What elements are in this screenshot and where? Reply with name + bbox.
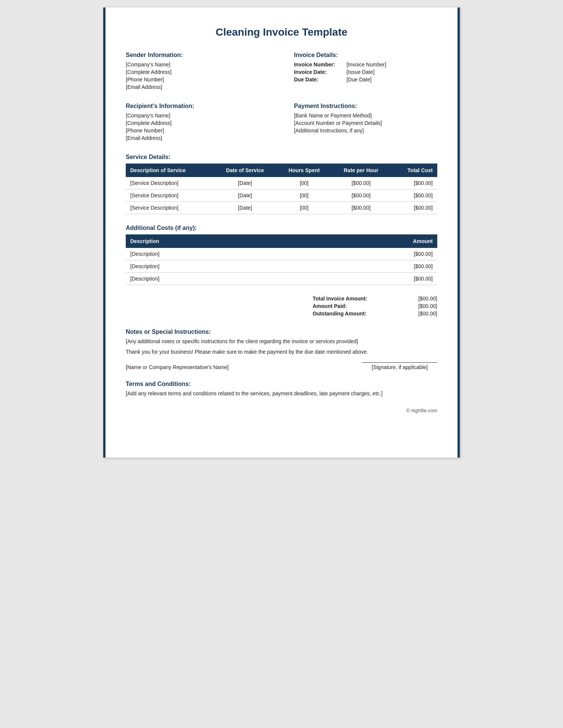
service-table-header-row: Description of Service Date of Service H…: [126, 164, 437, 177]
invoice-details-heading: Invoice Details:: [294, 52, 437, 59]
invoice-number-value: [Invoice Number]: [346, 62, 386, 68]
additional-table-row: [Description] [$00.00]: [126, 248, 437, 260]
additional-table-body: [Description] [$00.00] [Description] [$0…: [126, 248, 437, 285]
total-invoice-row: Total Invoice Amount: [$00.00]: [313, 296, 437, 302]
additional-description-1: [Description]: [126, 260, 303, 273]
recipient-heading: Recipient's Information:: [126, 103, 269, 110]
service-details-heading: Service Details:: [126, 154, 437, 161]
outstanding-value: [$00.00]: [418, 311, 437, 317]
terms-heading: Terms and Conditions:: [126, 381, 437, 387]
service-date-2: [Date]: [213, 202, 277, 214]
recipient-address: [Complete Address]: [126, 120, 269, 126]
service-table-body: [Service Description] [Date] [00] [$00.0…: [126, 177, 437, 214]
amount-paid-label: Amount Paid:: [313, 303, 347, 309]
service-hours-1: [00]: [277, 189, 331, 202]
service-details-section: Service Details: Description of Service …: [126, 154, 437, 214]
additional-amount-2: [$00.00]: [303, 273, 437, 285]
invoice-due-label: Due Date:: [294, 77, 346, 83]
additional-costs-heading: Additional Costs (if any):: [126, 225, 437, 231]
service-total-2: [$00.00]: [391, 202, 437, 214]
service-hours-0: [00]: [277, 177, 331, 189]
representative-name: [Name or Company Representative's Name]: [126, 364, 229, 370]
thank-you-text: Thank you for your business! Please make…: [126, 349, 437, 355]
additional-costs-section: Additional Costs (if any): Description A…: [126, 225, 437, 285]
sender-address: [Complete Address]: [126, 69, 269, 75]
invoice-date-row: Invoice Date: [Issue Date]: [294, 69, 437, 75]
outstanding-row: Outstanding Amount: [$00.00]: [313, 311, 437, 317]
recipient-payment-section: Recipient's Information: [Company's Name…: [126, 103, 437, 143]
col-total: Total Cost: [391, 164, 437, 177]
sender-email: [Email Address]: [126, 84, 269, 90]
recipient-email: [Email Address]: [126, 135, 269, 141]
additional-table-row: [Description] [$00.00]: [126, 273, 437, 285]
signature-field: [Signature, if applicable]: [362, 362, 437, 370]
additional-col-amount: Amount: [303, 234, 437, 248]
service-description-1: [Service Description]: [126, 189, 213, 202]
additional-description-2: [Description]: [126, 273, 303, 285]
right-border-bar: [458, 8, 460, 458]
page-title: Cleaning Invoice Template: [126, 26, 437, 38]
sender-section: Sender Information: [Company's Name] [Co…: [126, 52, 269, 92]
service-description-0: [Service Description]: [126, 177, 213, 189]
service-date-1: [Date]: [213, 189, 277, 202]
service-hours-2: [00]: [277, 202, 331, 214]
amount-paid-row: Amount Paid: [$00.00]: [313, 303, 437, 309]
recipient-company: [Company's Name]: [126, 113, 269, 119]
invoice-details-section: Invoice Details: Invoice Number: [Invoic…: [294, 52, 437, 92]
payment-section: Payment Instructions: [Bank Name or Paym…: [294, 103, 437, 143]
footer-text: © highfile.com: [406, 408, 437, 413]
notes-heading: Notes or Special Instructions:: [126, 329, 437, 335]
outstanding-label: Outstanding Amount:: [313, 311, 366, 317]
service-date-0: [Date]: [213, 177, 277, 189]
footer: © highfile.com: [126, 408, 437, 413]
service-table-row: [Service Description] [Date] [00] [$00.0…: [126, 177, 437, 189]
recipient-phone: [Phone Number]: [126, 128, 269, 134]
left-border-bar: [103, 8, 105, 458]
sender-company: [Company's Name]: [126, 62, 269, 68]
notes-section: Notes or Special Instructions: [Any addi…: [126, 329, 437, 355]
additional-table-row: [Description] [$00.00]: [126, 260, 437, 273]
service-table-row: [Service Description] [Date] [00] [$00.0…: [126, 189, 437, 202]
terms-body: [Add any relevant terms and conditions r…: [126, 390, 437, 396]
invoice-number-label: Invoice Number:: [294, 62, 346, 68]
payment-line3: [Additional Instructions, if any]: [294, 128, 437, 134]
service-rate-2: [$00.00]: [331, 202, 391, 214]
top-info-section: Sender Information: [Company's Name] [Co…: [126, 52, 437, 92]
service-total-1: [$00.00]: [391, 189, 437, 202]
invoice-number-row: Invoice Number: [Invoice Number]: [294, 62, 437, 68]
service-rate-0: [$00.00]: [331, 177, 391, 189]
invoice-date-value: [Issue Date]: [346, 69, 375, 75]
invoice-page: Cleaning Invoice Template Sender Informa…: [103, 8, 460, 458]
additional-table-header-row: Description Amount: [126, 234, 437, 248]
col-description: Description of Service: [126, 164, 213, 177]
service-table-row: [Service Description] [Date] [00] [$00.0…: [126, 202, 437, 214]
payment-line2: [Account Number or Payment Details]: [294, 120, 437, 126]
service-total-0: [$00.00]: [391, 177, 437, 189]
service-table: Description of Service Date of Service H…: [126, 164, 437, 214]
invoice-due-value: [Due Date]: [346, 77, 372, 83]
payment-line1: [Bank Name or Payment Method]: [294, 113, 437, 119]
service-description-2: [Service Description]: [126, 202, 213, 214]
payment-heading: Payment Instructions:: [294, 103, 437, 110]
additional-amount-0: [$00.00]: [303, 248, 437, 260]
total-invoice-label: Total Invoice Amount:: [313, 296, 367, 302]
col-hours: Hours Spent: [277, 164, 331, 177]
col-rate: Rate per Hour: [331, 164, 391, 177]
service-rate-1: [$00.00]: [331, 189, 391, 202]
sender-heading: Sender Information:: [126, 52, 269, 59]
signature-row: [Name or Company Representative's Name] …: [126, 362, 437, 370]
total-invoice-value: [$00.00]: [418, 296, 437, 302]
recipient-section: Recipient's Information: [Company's Name…: [126, 103, 269, 143]
terms-section: Terms and Conditions: [Add any relevant …: [126, 381, 437, 396]
invoice-date-label: Invoice Date:: [294, 69, 346, 75]
totals-section: Total Invoice Amount: [$00.00] Amount Pa…: [126, 296, 437, 318]
col-date: Date of Service: [213, 164, 277, 177]
additional-table: Description Amount [Description] [$00.00…: [126, 234, 437, 285]
additional-description-0: [Description]: [126, 248, 303, 260]
additional-amount-1: [$00.00]: [303, 260, 437, 273]
notes-body: [Any additional notes or specific instru…: [126, 338, 437, 344]
sender-phone: [Phone Number]: [126, 77, 269, 83]
totals-block: Total Invoice Amount: [$00.00] Amount Pa…: [313, 296, 437, 318]
invoice-due-row: Due Date: [Due Date]: [294, 77, 437, 83]
amount-paid-value: [$00.00]: [418, 303, 437, 309]
